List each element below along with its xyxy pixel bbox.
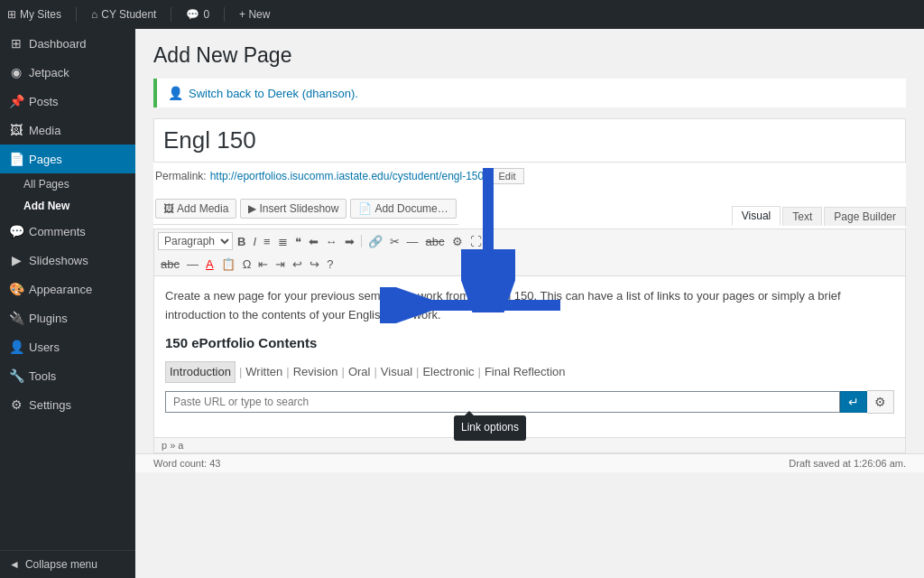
italic-button[interactable]: I [250, 233, 259, 250]
special-chars-btn[interactable]: Ω [240, 256, 254, 273]
align-right-button[interactable]: ➡ [342, 233, 357, 250]
help-btn[interactable]: ? [324, 256, 336, 273]
bottom-bar: Word count: 43 Draft saved at 1:26:06 am… [135, 453, 924, 472]
editor-wrap: Permalink: http://eportfolios.isucomm.ia… [153, 118, 906, 453]
unlink-button[interactable]: ✂ [387, 233, 402, 250]
sidebar-item-jetpack[interactable]: ◉ Jetpack [0, 58, 135, 87]
custom-button[interactable]: ⚙ [449, 233, 466, 250]
url-input[interactable] [165, 391, 840, 413]
sidebar-item-settings[interactable]: ⚙ Settings [0, 390, 135, 419]
link-introduction[interactable]: Introduction [165, 361, 236, 384]
permalink-label: Permalink: [155, 170, 207, 182]
comments-icon: 💬 [186, 8, 199, 21]
redo-btn[interactable]: ↪ [307, 256, 322, 273]
permalink-url[interactable]: http://eportfolios.isucomm.iastate.edu/c… [210, 170, 487, 182]
insert-slideshow-button[interactable]: ▶ Insert Slideshow [240, 199, 346, 219]
strikethrough-btn2[interactable]: abc [158, 256, 182, 273]
settings-icon: ⚙ [9, 397, 23, 412]
outdent-btn[interactable]: ⇤ [255, 256, 271, 273]
sidebar: ⊞ Dashboard ◉ Jetpack 📌 Posts 🖼 Media 📄 … [0, 29, 135, 578]
admin-bar-my-sites[interactable]: ⊞ My Sites [7, 8, 61, 21]
editor-status: p » a [153, 438, 906, 453]
plugins-icon: 🔌 [9, 311, 23, 325]
sidebar-item-tools[interactable]: 🔧 Tools [0, 361, 135, 390]
posts-icon: 📌 [9, 94, 23, 108]
tinymce-toolbar-2: abc — A 📋 Ω ⇤ ⇥ ↩ ↪ ? [153, 253, 906, 275]
undo-btn[interactable]: ↩ [290, 256, 305, 273]
add-media-button[interactable]: 🖼 Add Media [155, 199, 236, 219]
fullscreen-button[interactable]: ⛶ [467, 233, 485, 250]
appearance-icon: 🎨 [9, 282, 23, 296]
indent-btn[interactable]: ⇥ [273, 256, 288, 273]
editor-header-row: 🖼 Add Media ▶ Insert Slideshow 📄 Add Doc… [153, 190, 906, 228]
link-revision[interactable]: Revision [293, 363, 338, 382]
url-input-row: ↵ ⚙ Link options [165, 390, 894, 414]
permalink-row: Permalink: http://eportfolios.isucomm.ia… [153, 163, 906, 190]
document-icon: 📄 [358, 202, 372, 215]
blockquote-button[interactable]: ❝ [292, 233, 304, 250]
tinymce-toolbar-1: Paragraph Heading 1 Heading 2 B I ≡ ≣ ❝ … [153, 228, 906, 253]
align-center-button[interactable]: ↔ [323, 233, 340, 250]
link-button[interactable]: 🔗 [365, 233, 385, 250]
sidebar-item-dashboard[interactable]: ⊞ Dashboard [0, 29, 135, 58]
content-links: Introduction | Written | Revision | Oral… [165, 361, 894, 384]
sidebar-sub-all-pages[interactable]: All Pages [0, 173, 135, 195]
bullet-list-button[interactable]: ≡ [261, 233, 273, 250]
add-document-button[interactable]: 📄 Add Docume… [350, 199, 456, 219]
main-content: Add New Page 👤 Switch back to Derek (dha… [135, 29, 924, 578]
font-color-btn[interactable]: A [203, 256, 217, 273]
sidebar-item-media[interactable]: 🖼 Media [0, 116, 135, 144]
sidebar-item-users[interactable]: 👤 Users [0, 332, 135, 361]
add-media-icon: 🖼 [163, 202, 174, 215]
tab-text[interactable]: Text [782, 207, 822, 226]
home-icon: ⌂ [91, 8, 97, 21]
sidebar-item-plugins[interactable]: 🔌 Plugins [0, 303, 135, 332]
path-indicator: p » a [162, 440, 183, 451]
link-visual[interactable]: Visual [381, 363, 412, 382]
align-left-button[interactable]: ⬅ [306, 233, 321, 250]
word-count: Word count: 43 [153, 458, 220, 469]
slideshows-icon: ▶ [9, 253, 23, 267]
admin-bar-comments[interactable]: 💬 0 [186, 8, 209, 21]
media-toolbar: 🖼 Add Media ▶ Insert Slideshow 📄 Add Doc… [153, 193, 458, 225]
link-electronic[interactable]: Electronic [422, 363, 474, 382]
page-header: Add New Page [135, 29, 924, 79]
sidebar-item-comments[interactable]: 💬 Comments [0, 217, 135, 246]
tab-page-builder[interactable]: Page Builder [824, 207, 906, 226]
link-final-reflection[interactable]: Final Reflection [485, 363, 566, 382]
sidebar-item-posts[interactable]: 📌 Posts [0, 87, 135, 116]
collapse-menu[interactable]: ◄ Collapse menu [0, 550, 135, 578]
pages-icon: 📄 [9, 152, 23, 166]
link-written[interactable]: Written [245, 363, 282, 382]
sidebar-item-pages[interactable]: 📄 Pages [0, 144, 135, 173]
slideshow-icon: ▶ [248, 202, 256, 215]
hr-btn[interactable]: — [184, 256, 201, 273]
admin-bar-new[interactable]: + New [239, 8, 270, 21]
paste-btn[interactable]: 📋 [218, 256, 238, 273]
switch-back-link[interactable]: Switch back to Derek (dhanson). [189, 87, 358, 100]
tab-visual[interactable]: Visual [732, 206, 781, 226]
post-title-input[interactable] [153, 118, 906, 163]
switch-icon: 👤 [168, 86, 183, 100]
users-icon: 👤 [9, 340, 23, 354]
sidebar-sub-add-new[interactable]: Add New [0, 195, 135, 217]
permalink-edit-button[interactable]: Edit [491, 168, 524, 184]
strikethrough-button[interactable]: abc [423, 233, 448, 250]
numbered-list-button[interactable]: ≣ [275, 233, 291, 250]
my-sites-icon: ⊞ [7, 8, 16, 21]
sidebar-item-appearance[interactable]: 🎨 Appearance [0, 275, 135, 303]
link-oral[interactable]: Oral [348, 363, 371, 382]
bold-button[interactable]: B [235, 233, 248, 250]
horizontal-rule-button[interactable]: — [404, 233, 421, 250]
format-select[interactable]: Paragraph Heading 1 Heading 2 [158, 232, 233, 250]
admin-bar: ⊞ My Sites ⌂ CY Student 💬 0 + New [0, 0, 924, 29]
comments-nav-icon: 💬 [9, 224, 23, 238]
admin-bar-home[interactable]: ⌂ CY Student [91, 8, 156, 21]
editor-content[interactable]: Create a new page for your previous seme… [153, 275, 906, 438]
switch-notice: 👤 Switch back to Derek (dhanson). [153, 79, 906, 107]
url-settings-button[interactable]: ⚙ [867, 390, 894, 414]
tools-icon: 🔧 [9, 368, 23, 383]
url-submit-button[interactable]: ↵ [840, 391, 867, 413]
sidebar-item-slideshows[interactable]: ▶ Slideshows [0, 246, 135, 275]
jetpack-icon: ◉ [9, 65, 23, 79]
